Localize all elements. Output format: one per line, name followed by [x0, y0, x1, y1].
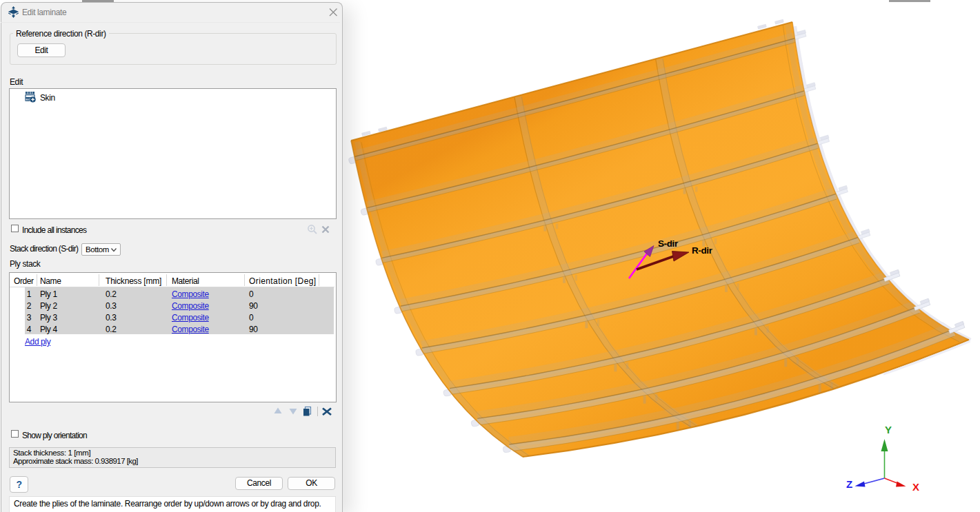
svg-text:Y: Y — [885, 424, 892, 436]
svg-text:X: X — [912, 481, 919, 493]
svg-text:Z: Z — [846, 478, 852, 490]
svg-text:S-dir: S-dir — [658, 238, 679, 249]
svg-text:R-dir: R-dir — [692, 245, 713, 256]
